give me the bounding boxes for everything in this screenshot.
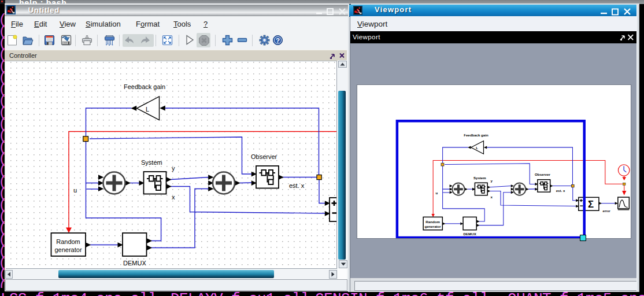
svg-text:Random: Random — [56, 238, 80, 245]
svg-text:L: L — [146, 106, 149, 113]
svg-text:DEMUX: DEMUX — [123, 260, 146, 267]
svg-text:x: x — [172, 194, 175, 201]
svg-text:est. x: est. x — [289, 182, 305, 189]
svg-text:y: y — [172, 165, 175, 172]
svg-text:?: ? — [276, 37, 280, 44]
svg-text:u: u — [73, 187, 77, 194]
svg-text:Feedback gain: Feedback gain — [124, 83, 165, 90]
svg-text:Observer: Observer — [251, 153, 277, 160]
svg-text:generator: generator — [54, 246, 82, 253]
svg-text:System: System — [141, 159, 162, 166]
